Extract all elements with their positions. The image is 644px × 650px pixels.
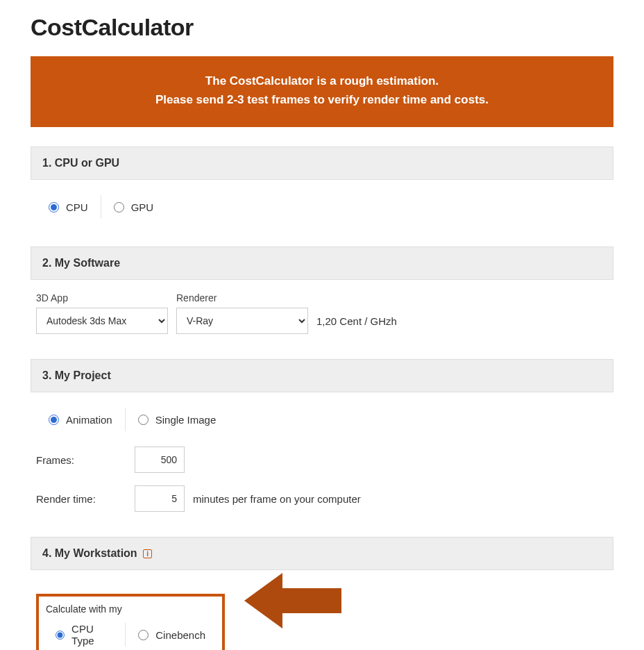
radio-cpu-input[interactable] — [49, 202, 59, 212]
radio-gpu-input[interactable] — [114, 202, 124, 212]
section-4-header: 4. My Workstation i — [31, 537, 613, 570]
radio-cinebench[interactable]: Cinebench — [126, 626, 218, 644]
project-type-radio-group: Animation Single Image — [36, 405, 608, 434]
frames-input[interactable] — [135, 447, 185, 473]
radio-single-image-label: Single Image — [155, 414, 217, 426]
radio-cpu[interactable]: CPU — [36, 199, 101, 216]
radio-animation[interactable]: Animation — [36, 411, 125, 428]
cpu-gpu-radio-group: CPU GPU — [36, 192, 608, 222]
radio-cpu-type-label: CPU Type — [71, 623, 112, 647]
radio-cpu-type-input[interactable] — [56, 630, 65, 640]
section-4-title: 4. My Workstation — [42, 547, 137, 559]
page-title: CostCalculator — [31, 14, 613, 41]
radio-gpu-label: GPU — [131, 201, 154, 213]
svg-marker-0 — [244, 573, 341, 628]
render-time-suffix: minutes per frame on your computer — [193, 493, 361, 505]
radio-animation-label: Animation — [66, 414, 112, 426]
radio-cpu-label: CPU — [66, 201, 88, 213]
renderer-label: Renderer — [176, 292, 308, 303]
price-text: 1,20 Cent / GHzh — [316, 315, 397, 334]
calc-method-box: Calculate with my CPU Type Cinebench — [36, 594, 225, 650]
calc-method-label: Calculate with my — [43, 602, 218, 619]
render-time-input[interactable] — [135, 485, 185, 512]
notice-banner: The CostCalculator is a rough estimation… — [31, 56, 613, 127]
renderer-select[interactable]: V-Ray — [176, 308, 308, 334]
notice-line-2: Please send 2-3 test frames to verify re… — [44, 90, 600, 109]
radio-single-image-input[interactable] — [138, 415, 149, 425]
app-select[interactable]: Autodesk 3ds Max — [36, 308, 168, 334]
radio-cinebench-label: Cinebench — [155, 629, 205, 641]
radio-single-image[interactable]: Single Image — [126, 411, 229, 428]
arrow-icon — [244, 573, 348, 628]
radio-animation-input[interactable] — [49, 415, 59, 425]
app-label: 3D App — [36, 292, 168, 303]
frames-label: Frames: — [36, 454, 126, 466]
notice-line-1: The CostCalculator is a rough estimation… — [44, 72, 600, 90]
section-1-header: 1. CPU or GPU — [31, 147, 613, 180]
radio-cpu-type[interactable]: CPU Type — [43, 620, 125, 649]
info-icon[interactable]: i — [143, 549, 152, 558]
section-3-header: 3. My Project — [31, 359, 613, 392]
section-2-header: 2. My Software — [31, 247, 613, 280]
render-time-label: Render time: — [36, 493, 126, 505]
radio-gpu[interactable]: GPU — [101, 199, 167, 216]
radio-cinebench-input[interactable] — [138, 630, 149, 640]
